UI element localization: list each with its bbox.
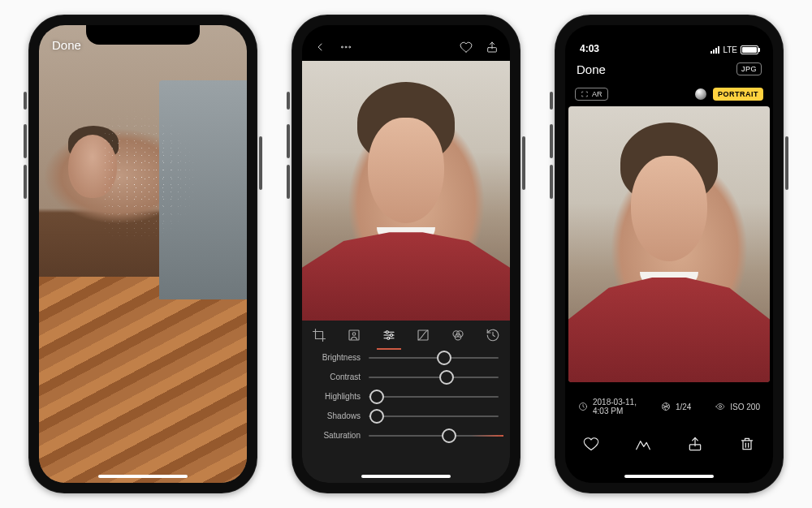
svg-point-11 <box>387 337 389 339</box>
lens-indicator-icon <box>695 88 706 100</box>
back-icon[interactable] <box>313 41 326 56</box>
contrast-slider[interactable] <box>369 377 499 378</box>
phone1-screen: Done <box>39 25 247 483</box>
phone2-screen: Brightness Contrast Highlights Shadows S… <box>302 25 510 483</box>
delete-button[interactable] <box>739 436 755 455</box>
done-button[interactable]: Done <box>52 38 81 52</box>
portrait-depth-tool-icon[interactable] <box>347 328 361 342</box>
favorite-button[interactable] <box>583 436 599 455</box>
shadows-label: Shadows <box>313 411 361 420</box>
phone3-screen: 4:03 LTE Done JPG AR PORTRAIT <box>565 25 773 483</box>
battery-icon <box>741 45 758 54</box>
history-tool-icon[interactable] <box>486 328 500 342</box>
svg-point-10 <box>390 334 392 337</box>
edit-tool-strip <box>302 321 510 350</box>
portrait-badge[interactable]: PORTRAIT <box>713 88 763 101</box>
svg-point-18 <box>719 406 722 408</box>
brightness-slider[interactable] <box>369 357 499 359</box>
svg-point-5 <box>352 333 356 336</box>
highlights-slider-row: Highlights <box>313 392 499 401</box>
ar-badge[interactable]: AR <box>575 88 608 101</box>
svg-point-9 <box>386 331 388 334</box>
carrier-label: LTE <box>723 45 737 54</box>
viewer-action-bar <box>565 426 773 465</box>
edit-preview-photo <box>302 61 510 321</box>
more-icon[interactable] <box>339 41 352 56</box>
photo-metadata-bar: 2018-03-11, 4:03 PM 1/24 ISO 200 <box>565 392 773 421</box>
brightness-slider-row: Brightness <box>313 353 499 362</box>
home-indicator[interactable] <box>361 475 451 478</box>
brightness-label: Brightness <box>313 353 361 362</box>
svg-point-1 <box>345 46 347 48</box>
highlights-label: Highlights <box>313 392 361 401</box>
svg-point-0 <box>341 46 343 48</box>
saturation-slider-row: Saturation <box>313 431 499 440</box>
contrast-label: Contrast <box>313 372 361 381</box>
meta-shutter: 1/24 <box>661 402 691 411</box>
ar-preview-photo <box>39 25 247 483</box>
share-icon[interactable] <box>486 41 499 56</box>
meta-datetime: 2018-03-11, 4:03 PM <box>578 398 637 416</box>
crop-tool-icon[interactable] <box>312 328 326 342</box>
home-indicator[interactable] <box>98 475 188 478</box>
shadows-slider-row: Shadows <box>313 411 499 420</box>
highlights-slider[interactable] <box>369 396 499 398</box>
phone-device-2: Brightness Contrast Highlights Shadows S… <box>292 15 520 493</box>
home-indicator[interactable] <box>624 475 714 478</box>
curves-tool-icon[interactable] <box>416 328 430 342</box>
saturation-slider[interactable] <box>369 435 499 437</box>
color-tool-icon[interactable] <box>451 328 465 342</box>
svg-point-2 <box>349 46 351 48</box>
saturation-label: Saturation <box>313 431 361 440</box>
contrast-slider-row: Contrast <box>313 372 499 381</box>
format-badge[interactable]: JPG <box>736 62 762 75</box>
ar-particle-effect <box>102 108 216 245</box>
adjust-tool-icon[interactable] <box>382 328 396 342</box>
viewer-photo[interactable] <box>568 106 770 382</box>
signal-icon <box>710 46 719 54</box>
edit-button[interactable] <box>635 436 651 455</box>
status-time: 4:03 <box>580 43 599 54</box>
phone-device-1: Done <box>28 15 257 493</box>
shadows-slider[interactable] <box>369 415 499 417</box>
done-button[interactable]: Done <box>577 62 606 76</box>
meta-iso: ISO 200 <box>715 402 760 411</box>
share-button[interactable] <box>687 436 703 455</box>
phone-device-3: 4:03 LTE Done JPG AR PORTRAIT <box>555 15 784 493</box>
favorite-icon[interactable] <box>460 41 473 56</box>
viewer-tag-bar: AR PORTRAIT <box>565 84 773 105</box>
adjustment-sliders: Brightness Contrast Highlights Shadows S… <box>302 350 510 483</box>
viewer-top-bar: Done JPG <box>565 56 773 82</box>
